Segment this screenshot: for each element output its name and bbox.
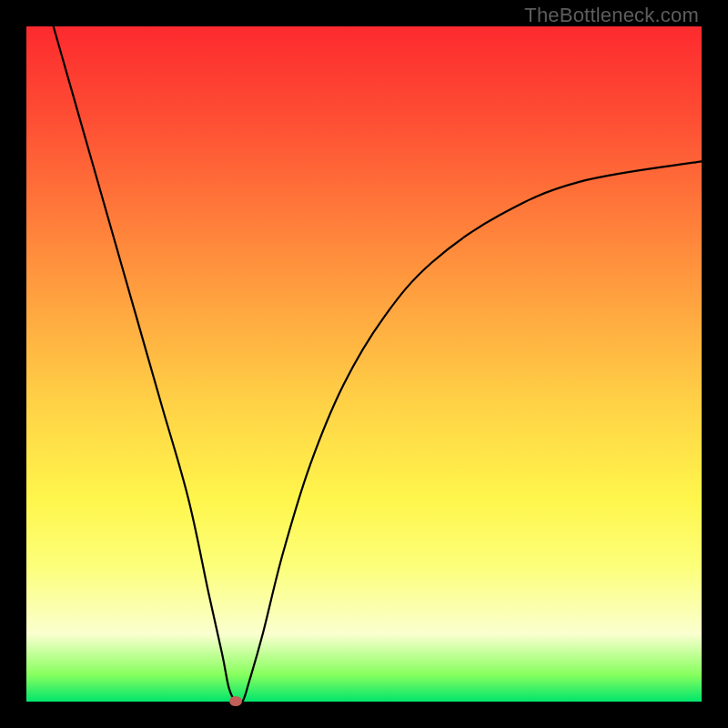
plot-area — [26, 26, 702, 702]
bottleneck-curve — [54, 26, 702, 702]
curve-svg — [26, 26, 702, 702]
attribution-text: TheBottleneck.com — [524, 4, 699, 27]
chart-frame: TheBottleneck.com — [0, 0, 728, 728]
optimum-marker — [229, 696, 242, 706]
